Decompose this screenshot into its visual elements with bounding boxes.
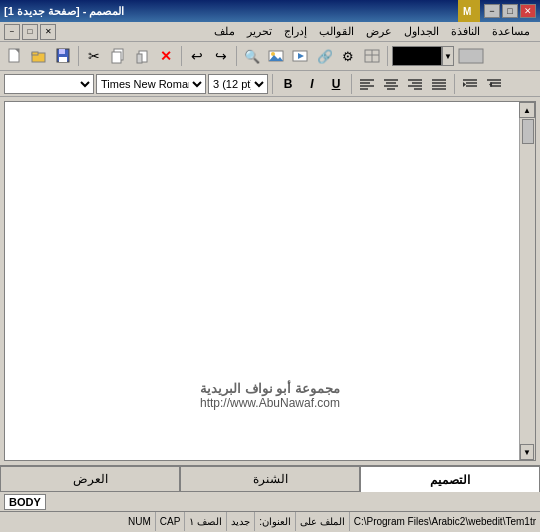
separator-1 [78, 46, 79, 66]
menu-tables[interactable]: الجداول [398, 23, 445, 40]
paste-button[interactable] [131, 45, 153, 67]
tab-code[interactable]: الشنرة [180, 466, 360, 492]
svg-rect-7 [59, 49, 65, 54]
svg-rect-11 [112, 52, 121, 63]
fmt-separator-1 [272, 74, 273, 94]
tab-preview[interactable]: العرض [0, 466, 180, 492]
color-picker-group: ▼ [392, 46, 454, 66]
scroll-thumb[interactable] [522, 119, 534, 144]
copy-button[interactable] [107, 45, 129, 67]
info-bar: C:\Program Files\Arabic2\webedit\Tem1tr … [0, 511, 540, 531]
svg-text:🔗: 🔗 [317, 48, 332, 64]
tab-design[interactable]: التصميم [360, 466, 540, 492]
menu-bar: مساعدة النافذة الجداول عرض القوالب إدراج… [0, 22, 540, 42]
italic-button[interactable]: I [301, 74, 323, 94]
indent-button[interactable] [459, 74, 481, 94]
info-status: جديد [227, 512, 255, 531]
settings-button[interactable]: ⚙ [337, 45, 359, 67]
vertical-scrollbar[interactable]: ▲ ▼ [519, 102, 535, 460]
inner-minimize-button[interactable]: − [4, 24, 20, 40]
menu-file[interactable]: ملف [208, 23, 241, 40]
redo-button[interactable]: ↪ [210, 45, 232, 67]
close-button[interactable]: ✕ [520, 4, 536, 18]
fmt-separator-3 [454, 74, 455, 94]
separator-4 [387, 46, 388, 66]
watermark: مجموعة أبو نواف البريدية http://www.AbuN… [200, 381, 340, 410]
info-cap: CAP [156, 512, 186, 531]
delete-button[interactable]: ✕ [155, 45, 177, 67]
find-button[interactable]: 🔍 [241, 45, 263, 67]
info-path: C:\Program Files\Arabic2\webedit\Tem1tr [350, 512, 540, 531]
style-select[interactable] [4, 74, 94, 94]
align-left-button[interactable] [356, 74, 378, 94]
maximize-button[interactable]: □ [502, 4, 518, 18]
new-button[interactable] [4, 45, 26, 67]
outdent-button[interactable] [483, 74, 505, 94]
title-bar: M − □ ✕ المصمم - [صفحة جديدة 1] [0, 0, 540, 22]
format-toolbar: Times New Roman 3 (12 pt) B I U [0, 70, 540, 96]
editor-container: ▲ مجموعة أبو نواف البريدية http://www.Ab… [0, 97, 540, 465]
table-button[interactable] [361, 45, 383, 67]
main-toolbar: ✂ ✕ ↩ ↪ 🔍 🔗 ⚙ [0, 42, 540, 70]
menu-insert[interactable]: إدراج [278, 23, 313, 40]
align-center-button[interactable] [380, 74, 402, 94]
watermark-url: http://www.AbuNawaf.com [200, 396, 340, 410]
cut-button[interactable]: ✂ [83, 45, 105, 67]
extra-button[interactable] [456, 45, 486, 67]
image-button[interactable] [265, 45, 287, 67]
color-swatch[interactable] [392, 46, 442, 66]
info-address: العنوان: [255, 512, 296, 531]
inner-restore-button[interactable]: □ [22, 24, 38, 40]
svg-text:M: M [463, 6, 471, 17]
scroll-down-button[interactable]: ▼ [520, 444, 534, 460]
scroll-up-arrow[interactable]: ▲ [519, 102, 535, 118]
svg-rect-5 [32, 52, 38, 55]
menu-edit[interactable]: تحرير [241, 23, 278, 40]
svg-rect-13 [137, 54, 142, 63]
info-page: الصف ١ [185, 512, 227, 531]
title-text: المصمم - [صفحة جديدة 1] [4, 5, 124, 18]
tab-bar: التصميم الشنرة العرض [0, 465, 540, 491]
menu-templates[interactable]: القوالب [313, 23, 360, 40]
separator-2 [181, 46, 182, 66]
size-select[interactable]: 3 (12 pt) [208, 74, 268, 94]
undo-button[interactable]: ↩ [186, 45, 208, 67]
svg-text:✂: ✂ [88, 48, 100, 64]
menu-view[interactable]: عرض [360, 23, 398, 40]
menu-help[interactable]: مساعدة [486, 23, 536, 40]
color-dropdown[interactable]: ▼ [442, 46, 454, 66]
underline-button[interactable]: U [325, 74, 347, 94]
fmt-separator-2 [351, 74, 352, 94]
align-justify-button[interactable] [428, 74, 450, 94]
watermark-title: مجموعة أبو نواف البريدية [200, 381, 340, 396]
status-tag: BODY [4, 494, 46, 510]
menu-window[interactable]: النافذة [445, 23, 486, 40]
align-right-button[interactable] [404, 74, 426, 94]
svg-marker-43 [463, 82, 466, 87]
info-num: NUM [124, 512, 156, 531]
editor-area[interactable]: ▲ مجموعة أبو نواف البريدية http://www.Ab… [4, 101, 536, 461]
toolbar-container: ✂ ✕ ↩ ↪ 🔍 🔗 ⚙ [0, 42, 540, 97]
info-file-label: الملف على [296, 512, 350, 531]
title-buttons: − □ ✕ [484, 4, 536, 18]
media-button[interactable] [289, 45, 311, 67]
separator-3 [236, 46, 237, 66]
open-button[interactable] [28, 45, 50, 67]
save-button[interactable] [52, 45, 74, 67]
link-button[interactable]: 🔗 [313, 45, 335, 67]
inner-close-button[interactable]: ✕ [40, 24, 56, 40]
svg-rect-8 [59, 57, 67, 62]
svg-rect-23 [459, 49, 483, 63]
scroll-track [520, 118, 535, 444]
bold-button[interactable]: B [277, 74, 299, 94]
status-bar: BODY [0, 491, 540, 511]
minimize-button[interactable]: − [484, 4, 500, 18]
app-logo: M [458, 0, 480, 22]
font-select[interactable]: Times New Roman [96, 74, 206, 94]
